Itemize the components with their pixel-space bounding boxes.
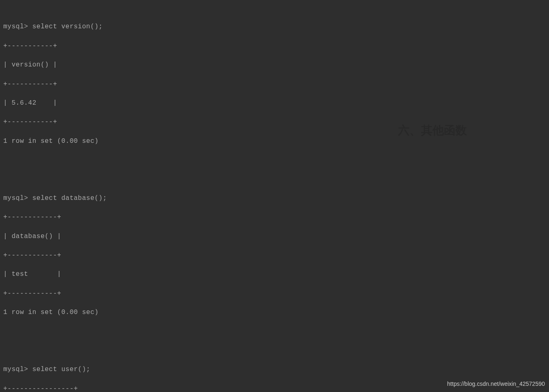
table-divider: +-----------+ [3,80,546,89]
query-command: mysql> select database(); [3,194,546,203]
query-command: mysql> select user(); [3,365,546,374]
table-divider: +------------+ [3,289,546,298]
table-divider: +-----------+ [3,41,546,51]
query-result: 1 row in set (0.00 sec) [3,308,546,317]
watermark-url: https://blog.csdn.net/weixin_42572590 [447,380,545,388]
faint-heading: 六、其他函数 [398,123,467,140]
table-value: | 5.6.42 | [3,99,546,108]
blank-line [3,165,546,174]
blank-line [3,337,546,346]
table-header: | database() | [3,232,546,241]
query-command: mysql> select version(); [3,22,546,32]
table-divider: +------------+ [3,213,546,222]
query-block-database: mysql> select database(); +------------+… [3,184,546,327]
mysql-terminal: mysql> select version(); +-----------+ |… [3,3,546,392]
table-value: | test | [3,270,546,279]
table-header: | version() | [3,60,546,70]
table-divider: +------------+ [3,251,546,260]
